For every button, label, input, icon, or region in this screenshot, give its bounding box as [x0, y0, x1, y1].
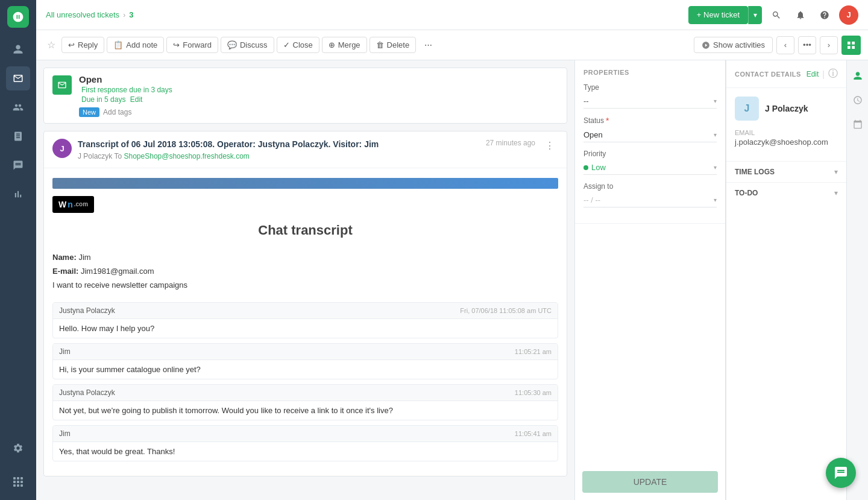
todo-arrow-icon: ▾: [834, 189, 838, 197]
sidebar-item-tickets[interactable]: [6, 66, 30, 90]
contact-collapse-toggle[interactable]: J J Polaczyk Email j.polaczyk@shoeshop.c…: [726, 88, 846, 203]
chat-message-0: Justyna Polaczyk Fri, 07/06/18 11:05:08 …: [52, 302, 558, 338]
contact-header: CONTACT DETAILS Edit | ⓘ: [726, 60, 846, 88]
sidebar-item-solutions[interactable]: [6, 124, 30, 148]
ticket-status-title: Open: [79, 74, 558, 84]
side-icon-clock[interactable]: [849, 92, 866, 109]
merge-button[interactable]: ⊕ Merge: [322, 37, 367, 53]
update-button[interactable]: UPDATE: [582, 471, 718, 493]
assign-dropdown-icon: ▾: [714, 197, 717, 203]
type-select[interactable]: -- ▾: [583, 94, 717, 109]
side-icon-contact[interactable]: [849, 68, 866, 84]
nav-dots-button[interactable]: •••: [798, 36, 816, 54]
content-area: Open First response due in 3 days Due in…: [36, 60, 868, 500]
show-activities-label: Show activities: [713, 40, 765, 49]
chat-msg-sender: Jim: [59, 347, 71, 356]
contact-panel: CONTACT DETAILS Edit | ⓘ J J Polaczyk: [726, 60, 846, 500]
new-tag: New: [79, 107, 99, 117]
contact-email-field: Email j.polaczyk@shoeshop.com: [735, 129, 838, 147]
first-response-due: First response due in 3 days: [79, 86, 558, 94]
message-more-button[interactable]: ⋮: [541, 139, 558, 153]
chat-msg-body: Yes, that would be great. Thanks!: [53, 442, 558, 461]
chat-msg-body: Hi, is your summer catalogue online yet?: [53, 360, 558, 379]
priority-label: Priority: [583, 150, 717, 158]
assign-select[interactable]: -- / -- ▾: [583, 193, 717, 207]
forward-button[interactable]: ↪ Forward: [166, 37, 218, 53]
properties-panel: PROPERTIES Type -- ▾ Status * Open: [574, 60, 725, 500]
contact-name[interactable]: J Polaczyk: [765, 104, 808, 113]
star-button[interactable]: ☆: [43, 37, 59, 53]
message-more-icon: ⋮: [545, 141, 555, 151]
forward-icon: ↪: [173, 40, 180, 49]
assign-value: -- / --: [583, 195, 600, 204]
delete-icon: 🗑: [376, 40, 384, 49]
sidebar-item-reports[interactable]: [6, 182, 30, 206]
ticket-message-header: J Transcript of 06 Jul 2018 13:05:08. Op…: [44, 131, 567, 168]
reply-label: Reply: [78, 40, 98, 49]
grid-view-button[interactable]: [841, 36, 861, 55]
chat-msg-sender: Justyna Polaczyk: [59, 388, 115, 397]
show-activities-button[interactable]: Show activities: [694, 37, 773, 53]
ticket-toolbar: ☆ ↩ Reply 📋 Add note ↪ Forward 💬 Discuss…: [36, 30, 868, 60]
contact-email-value: j.polaczyk@shoeshop.com: [735, 138, 838, 147]
breadcrumb-text: All unresolved tickets: [46, 10, 119, 19]
ticket-area: Open First response due in 3 days Due in…: [36, 60, 574, 500]
required-indicator: *: [606, 116, 609, 125]
sidebar-item-discussions[interactable]: [6, 153, 30, 177]
side-icon-calendar[interactable]: [849, 116, 866, 133]
type-dropdown-icon: ▾: [714, 98, 717, 104]
notifications-button[interactable]: [791, 5, 810, 25]
contact-header-right: Edit | ⓘ: [807, 68, 838, 80]
chat-message-3: Jim 11:05:41 am Yes, that would be great…: [52, 425, 558, 461]
priority-dot-icon: [583, 165, 588, 170]
todo-title: TO-DO: [735, 189, 758, 197]
todo-section[interactable]: TO-DO ▾: [726, 182, 846, 203]
breadcrumb[interactable]: All unresolved tickets › 3: [46, 10, 133, 19]
priority-value: Low: [583, 163, 606, 172]
add-tags-link[interactable]: Add tags: [103, 108, 131, 116]
delete-button[interactable]: 🗑 Delete: [370, 37, 417, 53]
reply-button[interactable]: ↩ Reply: [61, 37, 104, 53]
nav-prev-button[interactable]: ‹: [776, 36, 794, 54]
add-note-button[interactable]: 📋 Add note: [107, 37, 164, 53]
help-button[interactable]: [815, 5, 834, 25]
status-dropdown-icon: ▾: [714, 131, 717, 138]
contact-info-icon[interactable]: ⓘ: [828, 68, 838, 80]
more-button[interactable]: ⋯: [418, 37, 438, 52]
contact-details-title: CONTACT DETAILS: [735, 71, 801, 78]
close-button[interactable]: ✓ Close: [277, 37, 319, 53]
time-logs-section[interactable]: TIME LOGS ▾: [726, 161, 846, 182]
dropdown-arrow-icon: ▾: [753, 11, 757, 19]
discuss-label: Discuss: [240, 40, 268, 49]
contact-edit-link[interactable]: Edit: [807, 70, 819, 78]
nav-next-button[interactable]: ›: [820, 36, 838, 54]
chat-messages: Justyna Polaczyk Fri, 07/06/18 11:05:08 …: [52, 302, 558, 466]
sidebar-item-settings[interactable]: [6, 436, 30, 460]
priority-select[interactable]: Low ▾: [583, 160, 717, 175]
assign-field: Assign to -- / -- ▾: [583, 182, 717, 207]
chat-fab-button[interactable]: [826, 458, 856, 488]
status-label: Status *: [583, 116, 717, 125]
status-field: Status * Open ▾: [583, 116, 717, 142]
status-email-icon: [52, 75, 72, 95]
properties-section: PROPERTIES Type -- ▾ Status * Open: [575, 60, 725, 224]
chat-msg-time: Fri, 07/06/18 11:05:08 am UTC: [460, 307, 552, 314]
search-button[interactable]: [767, 5, 786, 25]
close-label: Close: [293, 40, 313, 49]
sidebar-item-apps[interactable]: [6, 470, 30, 494]
new-ticket-button-group: + New ticket ▾: [688, 6, 762, 24]
chat-info: Name: Jim E-mail: Jim1981@gmail.com I wa…: [52, 250, 558, 293]
user-avatar[interactable]: J: [839, 5, 858, 25]
apps-grid-icon: [13, 477, 23, 487]
new-ticket-button[interactable]: + New ticket: [688, 6, 748, 24]
app-logo[interactable]: [7, 6, 29, 28]
message-header-info: Transcript of 06 Jul 2018 13:05:08. Oper…: [78, 139, 480, 160]
edit-due-link[interactable]: Edit: [130, 95, 143, 104]
discuss-button[interactable]: 💬 Discuss: [221, 37, 274, 53]
sidebar-item-agent[interactable]: [6, 37, 30, 62]
new-ticket-dropdown-button[interactable]: ▾: [748, 6, 762, 24]
main-content: All unresolved tickets › 3 + New ticket …: [36, 0, 868, 500]
ticket-count: 3: [129, 10, 133, 19]
sidebar-item-contacts[interactable]: [6, 95, 30, 119]
status-select[interactable]: Open ▾: [583, 128, 717, 142]
